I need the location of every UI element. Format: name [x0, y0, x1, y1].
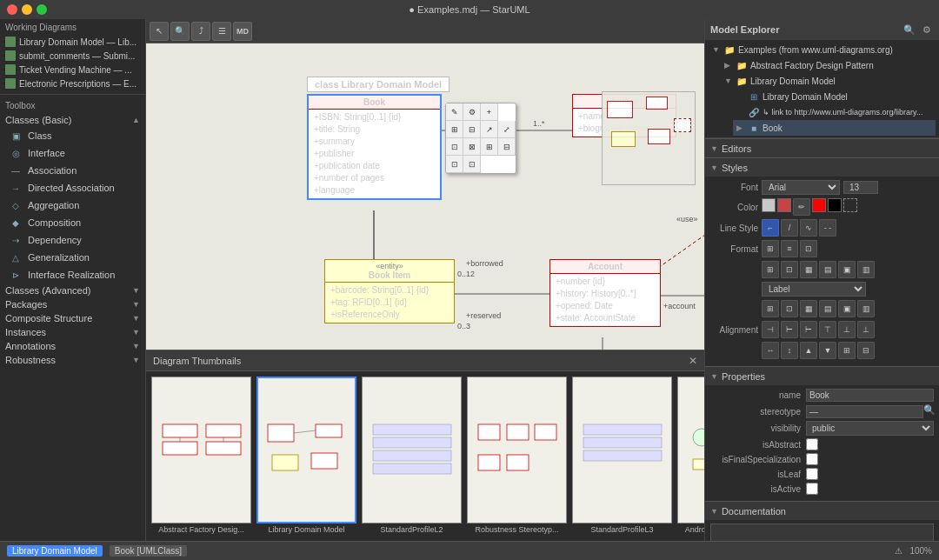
prop-stereotype-input[interactable] [806, 405, 923, 418]
font-select[interactable]: Arial [762, 180, 840, 195]
fmt2-i1[interactable]: ⊞ [762, 300, 779, 317]
prop-isfinal-checkbox[interactable] [806, 453, 818, 465]
fmt2-i2[interactable]: ⊡ [781, 300, 798, 317]
book-class[interactable]: Book +ISBN: String[0..1] {id} +title: St… [307, 94, 442, 200]
ft-edit[interactable]: ✎ [446, 103, 463, 121]
tree-book[interactable]: ▶ ■ Book [733, 120, 936, 136]
line-rectilinear[interactable]: ⌐ [762, 219, 779, 237]
thumb-item[interactable]: Robustness Stereotyp... [467, 377, 567, 536]
tool-item-class[interactable]: ▣ Class [5, 127, 140, 144]
ft-h-align[interactable]: ⊞ [446, 121, 463, 138]
tool-item-aggregation[interactable]: ◇ Aggregation [5, 197, 140, 214]
tb-zoom-in[interactable]: 🔍 [170, 22, 190, 41]
tree-link[interactable]: 🔗 ↳ link to http://www.uml-diagrams.org/… [733, 104, 936, 120]
align-bottom[interactable]: ⊥ [857, 321, 875, 338]
fmt-i5[interactable]: ▣ [838, 261, 856, 278]
swatch-gray[interactable] [762, 198, 776, 212]
tool-item-interface-real[interactable]: ⊳ Interface Realization [5, 266, 140, 283]
format-btn2[interactable]: ≡ [781, 240, 798, 257]
fmt-i2[interactable]: ⊡ [781, 261, 798, 278]
tool-item-association[interactable]: — Association [5, 162, 140, 179]
thumbnails-close-button[interactable]: ✕ [689, 355, 697, 367]
prop-isactive-checkbox[interactable] [806, 483, 818, 495]
search-icon[interactable]: 🔍 [902, 23, 916, 37]
prop-name-input[interactable] [806, 389, 934, 402]
tb-share[interactable]: ⤴ [191, 22, 210, 41]
settings-icon[interactable]: ⚙ [920, 23, 934, 37]
swatch-transparent[interactable] [843, 198, 857, 212]
thumb-item[interactable]: Android Camera Imple... [677, 377, 704, 536]
diagram-canvas[interactable]: class Library Domain Model 1..* +borrowe… [146, 43, 704, 541]
format-btn3[interactable]: ⊡ [800, 240, 817, 257]
ft-v-align[interactable]: ⊟ [463, 121, 481, 138]
swatch-black[interactable] [828, 198, 842, 212]
tree-library-diagram[interactable]: ⊞ Library Domain Model [733, 89, 936, 104]
thumb-item[interactable]: Library Domain Model [256, 377, 356, 536]
documentation-textarea[interactable] [710, 523, 934, 541]
prop-isabstract-checkbox[interactable] [806, 438, 818, 450]
format-dropdown[interactable]: Label [762, 282, 866, 297]
category-composite[interactable]: Composite Structure ▼ [5, 311, 140, 325]
diagram-item-library[interactable]: Library Domain Model — Lib... [5, 35, 140, 49]
fmt-i6[interactable]: ▥ [857, 261, 875, 278]
font-size-input[interactable] [843, 181, 878, 194]
send-back[interactable]: ▼ [819, 342, 836, 359]
format-btn1[interactable]: ⊞ [762, 240, 779, 257]
fmt-i3[interactable]: ▦ [800, 261, 817, 278]
swatch-fill[interactable] [777, 198, 791, 212]
ft-paste[interactable]: ⊠ [463, 138, 481, 156]
tool-item-directed-assoc[interactable]: → Directed Association [5, 179, 140, 197]
swatch-red[interactable] [812, 198, 826, 212]
float-toolbar[interactable]: ✎ ⚙ + ⊞ ⊟ ↗ ⤢ ⊡ ⊠ ⊞ ⊟ ⊡ ⊡ [445, 103, 516, 174]
documentation-header[interactable]: ▼ Documentation [705, 501, 939, 520]
diagram-item-submit[interactable]: submit_comments — Submi... [5, 49, 140, 63]
line-dashed[interactable]: - - [819, 219, 836, 237]
fmt-i4[interactable]: ▤ [819, 261, 836, 278]
tool-item-composition[interactable]: ◆ Composition [5, 214, 140, 231]
editors-header[interactable]: ▼ Editors [705, 138, 939, 157]
ft-add[interactable]: + [481, 103, 498, 121]
ft-more2[interactable]: ⊞ [481, 138, 498, 156]
ft-del[interactable]: ⊟ [498, 138, 516, 156]
fmt2-i3[interactable]: ▦ [800, 300, 817, 317]
close-button[interactable] [7, 4, 17, 15]
category-instances[interactable]: Instances ▼ [5, 325, 140, 339]
fmt2-i6[interactable]: ▥ [857, 300, 875, 317]
thumb-item[interactable]: StandardProfileL2 [362, 377, 462, 536]
prop-isleaf-checkbox[interactable] [806, 468, 818, 480]
category-annotations[interactable]: Annotations ▼ [5, 339, 140, 353]
bookitem-entity[interactable]: «entity» Book Item +barcode: String[0..1… [324, 259, 455, 323]
align-center-h[interactable]: ⊢ [781, 321, 798, 338]
bring-front[interactable]: ▲ [800, 342, 817, 359]
line-oblique[interactable]: / [781, 219, 798, 237]
diagram-tab[interactable]: Library Domain Model [7, 545, 103, 557]
thumb-item[interactable]: Abstract Factory Desig... [151, 377, 251, 536]
align-right[interactable]: ⊢ [800, 321, 817, 338]
color-picker-icon[interactable]: ✏ [793, 198, 810, 216]
category-packages[interactable]: Packages ▼ [5, 297, 140, 311]
spread-h[interactable]: ↔ [762, 342, 779, 359]
tree-library-domain[interactable]: ▼ 📁 Library Domain Model [721, 73, 936, 89]
tb-more[interactable]: ☰ [212, 22, 231, 41]
ungroup[interactable]: ⊟ [857, 342, 875, 359]
line-curved[interactable]: ∿ [800, 219, 817, 237]
minimize-button[interactable] [22, 4, 32, 15]
group[interactable]: ⊞ [838, 342, 856, 359]
diagram-item-ticket[interactable]: Ticket Vending Machine — ... [5, 63, 140, 77]
category-robustness[interactable]: Robustness ▼ [5, 353, 140, 367]
tree-examples[interactable]: ▼ 📁 Examples (from www.uml-diagrams.org) [709, 42, 936, 57]
thumb-item[interactable]: StandardProfileL3 [572, 377, 672, 536]
prop-stereotype-search-icon[interactable]: 🔍 [923, 404, 936, 418]
fmt2-i5[interactable]: ▣ [838, 300, 856, 317]
styles-header[interactable]: ▼ Styles [705, 157, 939, 177]
prop-visibility-select[interactable]: public protected private package [806, 421, 934, 436]
ft-settings[interactable]: ⚙ [463, 103, 481, 121]
tool-item-generalization[interactable]: △ Generalization [5, 249, 140, 266]
category-classes-basic[interactable]: Classes (Basic) ▲ [5, 113, 140, 127]
diagram-item-electronic[interactable]: Electronic Prescriptions — E... [5, 77, 140, 90]
tool-item-interface[interactable]: ◎ Interface [5, 144, 140, 162]
ft-arrow[interactable]: ↗ [481, 121, 498, 138]
account-class[interactable]: Account +number {id} +history: History[0… [549, 259, 661, 327]
ft-expand[interactable]: ⤢ [498, 121, 516, 138]
ft-c2[interactable]: ⊡ [463, 156, 481, 173]
